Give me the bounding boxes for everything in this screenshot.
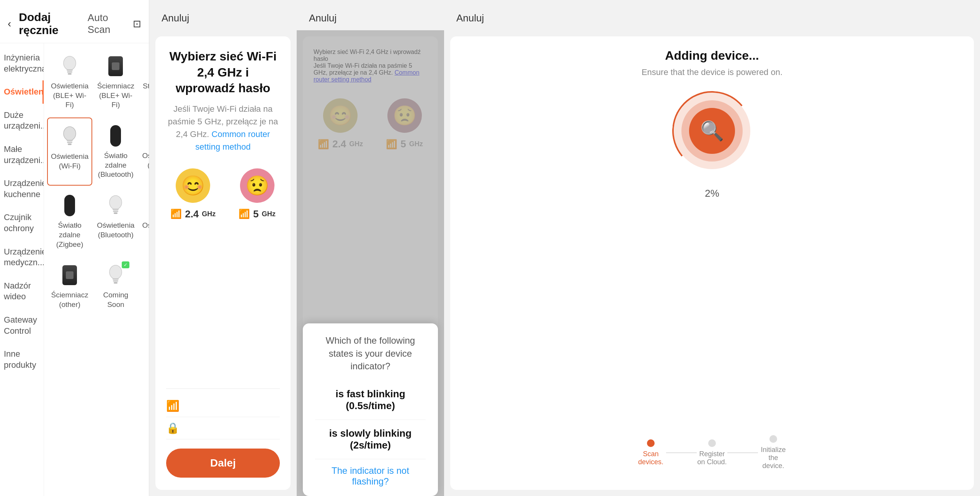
svg-rect-1 (67, 69, 73, 71)
sidebar-item-kuchenne[interactable]: Urządzenie kuchenne (0, 172, 44, 206)
device-item-wifi[interactable]: Oświetlenia (Wi-Fi) (47, 117, 92, 186)
device-item-strip-lights[interactable]: Strip Lights (139, 48, 149, 116)
step-label-scan: Scan devices. (635, 450, 666, 466)
not-flashing-link[interactable]: The indicator is not flashing? (315, 459, 426, 487)
router-5-icon: 📶 (238, 209, 250, 219)
wifi-name-input[interactable] (186, 401, 291, 411)
search-ring-outer: 🔍 (674, 93, 750, 169)
page-title: Dodaj ręcznie (19, 11, 80, 37)
device-item-ble-wifi[interactable]: Oświetlenia (BLE+ Wi-Fi) (47, 48, 92, 116)
wifi-5ghz-option: 😟 📶 5GHz (238, 168, 275, 220)
step-dot-scan (647, 439, 655, 447)
device-icon-bulb1 (57, 54, 82, 78)
wifi-password-input[interactable] (186, 423, 291, 434)
panel3-title: Adding device... (461, 49, 963, 63)
wifi-5-freq: 📶 5GHz (238, 208, 275, 220)
device-icon-bulb-bt (103, 193, 128, 218)
sidebar-item-medyczne[interactable]: Urządzenie medyczn... (0, 240, 44, 274)
device-label-remote-zigbee: Światło zdalne (Zigbee) (50, 221, 89, 249)
device-label-ble-wifi: Oświetlenia (BLE+ Wi-Fi) (50, 82, 89, 110)
panel3-anuluj-button[interactable]: Anuluj (456, 12, 484, 24)
svg-point-10 (64, 127, 76, 140)
panel1-card: Wybierz sieć Wi-Fi 2,4 GHz i wprowadź ha… (155, 36, 291, 490)
left-panel: ‹ Dodaj ręcznie Auto Scan ⊡ Inżynieria e… (0, 0, 149, 496)
divider1 (166, 388, 280, 389)
panel1-title: Wybierz sieć Wi-Fi 2,4 GHz i wprowadź ha… (166, 49, 280, 96)
step-initialize: Initialize the device. (758, 435, 789, 470)
device-item-bluetooth[interactable]: Oświetlenia (Bluetooth) (94, 187, 137, 255)
panel1-subtitle: Jeśli Twoje Wi-Fi działa na paśmie 5 GHz… (166, 103, 280, 153)
svg-rect-12 (67, 142, 72, 143)
svg-rect-11 (67, 140, 73, 141)
router-24-icon: 📶 (170, 209, 182, 219)
coming-soon-badge: ✓ (122, 261, 129, 268)
panel1-header: Anuluj (149, 0, 297, 30)
search-animation: 🔍 (461, 93, 963, 169)
device-label-zigbee: Oświetlenia (Zigbee) (142, 151, 149, 170)
step-line-1 (666, 452, 697, 453)
panel2-anuluj-button[interactable]: Anuluj (309, 12, 336, 24)
device-item-zigbee[interactable]: Oświetlenia (Zigbee) (139, 117, 149, 186)
search-ring-inner: 🔍 (681, 100, 743, 162)
step-label-register: Register on Cloud. (697, 450, 727, 466)
panel3-subtitle: Ensure that the device is powered on. (461, 67, 963, 77)
wifi-24ghz-option[interactable]: 😊 📶 2.4GHz (170, 168, 216, 220)
wifi-password-row[interactable]: 🔒 👁 (166, 417, 280, 439)
device-item-remote-bt[interactable]: Światło zdalne (Bluetooth) (94, 117, 137, 186)
device-label-bluetooth: Oświetlenia (Bluetooth) (97, 221, 134, 240)
device-item-other-bulb[interactable]: Oświetlenia (other) (139, 187, 149, 255)
device-item-remote-zigbee[interactable]: Światło zdalne (Zigbee) (47, 187, 92, 255)
slow-blinking-option[interactable]: is slowly blinking (2s/time) (315, 420, 426, 459)
svg-rect-3 (68, 73, 72, 75)
device-icon-bulb-wifi (57, 124, 82, 149)
back-button[interactable]: ‹ (8, 18, 11, 30)
wifi-icon: 📶 (166, 400, 180, 412)
svg-rect-20 (113, 210, 118, 212)
device-item-coming-soon[interactable]: ✓ Coming Soon (94, 257, 137, 315)
panel2-device-state: Anuluj Wybierz sieć Wi-Fi 2,4 GHz i wpro… (297, 0, 444, 496)
device-item-dimmer-other[interactable]: Ściemniacz (other) (47, 257, 92, 315)
auto-scan-button[interactable]: Auto Scan (88, 12, 125, 36)
device-label-strip: Strip Lights (143, 82, 149, 91)
sidebar-item-czujnik[interactable]: Czujnik ochrony (0, 206, 44, 240)
sidebar-item-inne[interactable]: Inne produkty (0, 343, 44, 377)
wifi-options: 😊 📶 2.4GHz 😟 📶 5GHz (166, 168, 280, 220)
panel3-adding-device: Anuluj Adding device... Ensure that the … (444, 0, 980, 496)
sidebar-item-duze[interactable]: Duże urządzeni... (0, 104, 44, 138)
panel3-card: Adding device... Ensure that the device … (450, 36, 974, 490)
step-register: Register on Cloud. (697, 439, 727, 466)
svg-rect-19 (113, 209, 119, 210)
panel2-header: Anuluj (297, 0, 444, 30)
wifi-name-row[interactable]: 📶 ⇌ (166, 395, 280, 417)
svg-rect-2 (67, 71, 72, 73)
sidebar-item-oswietlenie[interactable]: Oświetlenie (0, 80, 44, 104)
next-button[interactable]: Dalej (166, 449, 280, 478)
progress-steps: Scan devices. Register on Cloud. Initial… (461, 435, 963, 478)
panel1-anuluj-button[interactable]: Anuluj (162, 12, 189, 24)
device-label-other-bulb: Oświetlenia (other) (142, 221, 149, 240)
sidebar-item-nadzor[interactable]: Nadzór wideo (0, 274, 44, 308)
panel3-header: Anuluj (444, 0, 980, 30)
device-grid: Oświetlenia (BLE+ Wi-Fi) Ściemniacz (BLE… (44, 43, 149, 496)
device-icon-remote1 (103, 124, 128, 148)
sidebar-item-gateway[interactable]: Gateway Control (0, 308, 44, 343)
left-body: Inżynieria elektryczna Oświetlenie Duże … (0, 43, 149, 496)
fast-blinking-option[interactable]: is fast blinking (0.5s/time) (315, 380, 426, 420)
progress-percent: 2% (461, 188, 963, 199)
device-label-dimmer-ble-wifi: Ściemniacz (BLE+ Wi-Fi) (97, 82, 134, 110)
sheet-title: Which of the following states is your de… (315, 334, 426, 373)
device-label-wifi: Oświetlenia (Wi-Fi) (51, 152, 88, 171)
step-label-initialize: Initialize the device. (758, 446, 789, 470)
step-line-2 (727, 452, 758, 453)
scan-icon[interactable]: ⊡ (133, 18, 141, 30)
device-label-remote-bt: Światło zdalne (Bluetooth) (97, 151, 134, 179)
sidebar-item-male[interactable]: Małe urządzeni... (0, 138, 44, 172)
svg-point-0 (64, 56, 76, 70)
step-dot-register (708, 439, 716, 447)
search-circle-button: 🔍 (689, 108, 735, 154)
sidebar-item-inzynieria[interactable]: Inżynieria elektryczna (0, 46, 44, 80)
device-item-dimmer-ble-wifi[interactable]: Ściemniacz (BLE+ Wi-Fi) (94, 48, 137, 116)
svg-rect-29 (114, 282, 118, 284)
lock-icon: 🔒 (166, 422, 180, 434)
svg-rect-21 (114, 212, 118, 214)
